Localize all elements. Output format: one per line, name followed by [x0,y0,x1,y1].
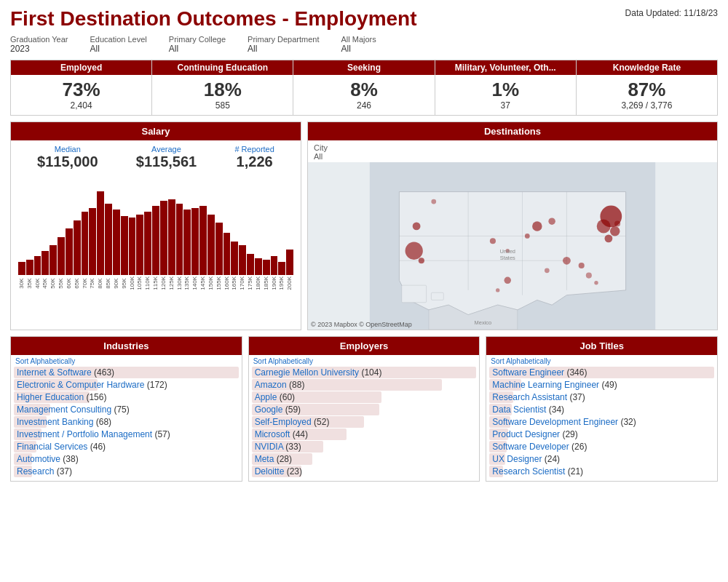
bottom-grid: Industries Sort Alphabetically Internet … [10,336,718,482]
us-map: United States Mexico [308,162,717,330]
bar-label: 65K [74,276,81,290]
bar [207,215,215,275]
list-item[interactable]: Meta (28) [252,453,477,465]
bar [136,215,143,275]
destinations-filter[interactable]: City All [308,140,717,162]
list-item[interactable]: Investment Banking (68) [14,416,239,428]
bar-label: 35K [26,276,33,290]
list-item-text: Data Scientist (34) [489,404,567,415]
bar [105,204,112,275]
list-item[interactable]: Amazon (88) [252,379,477,391]
bar-label: 185K [263,276,270,290]
list-item[interactable]: Data Scientist (34) [489,404,714,415]
svg-point-12 [605,234,613,242]
list-item[interactable]: Machine Learning Engineer (49) [489,379,714,391]
list-item-text: Product Designer (29) [489,429,580,439]
bar [41,251,49,274]
job-titles-list: Software Engineer (346)Machine Learning … [486,367,717,481]
filter-primary-department[interactable]: Primary Department All [248,35,319,54]
bar [263,260,270,275]
bar [278,262,285,274]
bar-label: 100K [129,276,136,290]
list-item[interactable]: UX Designer (24) [489,453,714,465]
bar [121,216,128,275]
list-item[interactable]: Deloitte (23) [252,466,477,477]
bar-label: 85K [105,276,112,290]
list-item[interactable]: Higher Education (156) [14,391,239,403]
list-item[interactable]: Research Assistant (37) [489,391,714,403]
list-item-text: Machine Learning Engineer (49) [489,380,620,390]
bar-label: 95K [121,276,128,290]
list-item[interactable]: Electronic & Computer Hardware (172) [14,379,239,391]
list-item[interactable]: Financial Services (46) [14,441,239,453]
bar-label: 80K [97,276,104,290]
list-item[interactable]: Self-Employed (52) [252,416,477,428]
list-item[interactable]: Software Developer (26) [489,441,714,453]
list-item[interactable]: Google (59) [252,404,477,415]
svg-rect-28 [431,292,443,300]
list-item-text: Research Scientist (21) [489,466,586,477]
bar-label: 190K [271,276,278,290]
list-item-text: Management Consulting (75) [14,404,132,415]
industries-section: Industries Sort Alphabetically Internet … [10,336,242,482]
destinations-section: Destinations City All [307,121,718,330]
list-item[interactable]: Apple (60) [252,391,477,403]
list-item[interactable]: NVIDIA (33) [252,441,477,453]
svg-point-8 [419,258,424,263]
bar-label: 195K [278,276,285,290]
svg-text:Mexico: Mexico [475,319,492,326]
svg-point-14 [532,221,542,231]
svg-text:United: United [499,248,515,255]
list-item[interactable]: Internet & Software (463) [14,367,239,378]
svg-point-26 [594,281,598,284]
svg-point-20 [431,199,436,204]
bar-label: 75K [89,276,96,290]
list-item[interactable]: Carnegie Mellon University (104) [252,367,477,378]
filter-education-level[interactable]: Education Level All [90,35,147,54]
bar [152,206,159,274]
bar [89,208,96,275]
bar [74,220,81,275]
list-item[interactable]: Management Consulting (75) [14,404,239,415]
industries-list: Internet & Software (463)Electronic & Co… [11,367,242,481]
employers-section: Employers Sort Alphabetically Carnegie M… [248,336,480,482]
list-item[interactable]: Product Designer (29) [489,428,714,440]
filter-graduation-year[interactable]: Graduation Year 2023 [10,35,68,54]
list-item-text: Amazon (88) [252,380,308,390]
bar-label: 145K [199,276,207,290]
list-item-text: UX Designer (24) [489,454,563,464]
list-item-text: Investment / Portfolio Management (57) [14,429,173,439]
bar-label: 60K [66,276,73,290]
filter-all-majors[interactable]: All Majors All [341,35,376,54]
list-item[interactable]: Software Development Engineer (32) [489,416,714,428]
bar-label: 170K [239,276,246,290]
svg-point-10 [597,219,611,233]
bar [50,245,57,274]
list-item[interactable]: Software Engineer (346) [489,367,714,378]
list-item[interactable]: Research (37) [14,466,239,477]
bar [26,260,33,275]
list-item[interactable]: Automotive (38) [14,453,239,465]
bar-label: 115K [152,276,159,290]
list-item[interactable]: Research Scientist (21) [489,466,714,477]
bar-label: 50K [50,276,57,290]
bar-label: 55K [58,276,65,290]
kpi-military: Military, Volunteer, Oth... 1% 37 [435,60,577,115]
list-item[interactable]: Investment / Portfolio Management (57) [14,428,239,440]
bar-label: 40K [34,276,41,290]
list-item-text: Carnegie Mellon University (104) [252,367,385,378]
list-item-text: Internet & Software (463) [14,367,117,378]
bar [34,256,41,274]
bar-label: 160K [223,276,231,290]
filter-primary-college[interactable]: Primary College All [169,35,226,54]
bar [223,233,231,275]
bar [160,201,167,274]
list-item-text: Software Development Engineer (32) [489,417,638,427]
bar [176,204,183,275]
bar-label: 140K [191,276,199,290]
kpi-continuing-education: Continuing Education 18% 585 [152,60,293,115]
job-titles-section: Job Titles Sort Alphabetically Software … [486,336,718,482]
data-updated: Data Updated: 11/18/23 [625,7,718,20]
list-item[interactable]: Microsoft (44) [252,428,477,440]
bar-label: 135K [183,276,191,290]
